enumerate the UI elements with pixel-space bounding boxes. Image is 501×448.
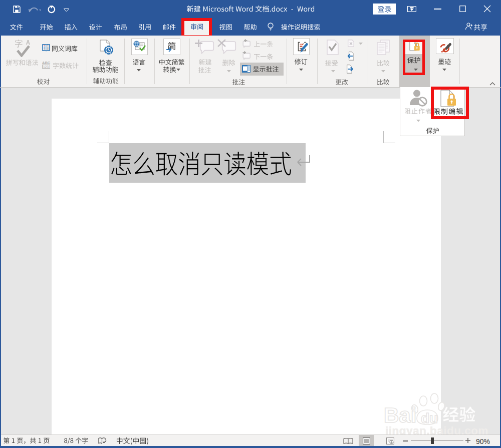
svg-text:ABC: ABC [42, 61, 51, 65]
svg-text:Bai: Bai [384, 403, 416, 425]
svg-text:du: du [421, 410, 438, 425]
svg-text:123: 123 [43, 65, 49, 69]
